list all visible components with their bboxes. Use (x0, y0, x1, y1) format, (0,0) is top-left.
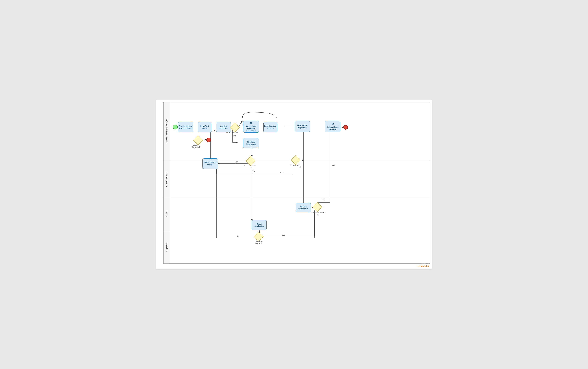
page-wrapper: Human Resourses Analyst Selection Proces… (156, 100, 432, 269)
task-checking-refs: Checking References (243, 138, 259, 148)
diagram-area: Human Resourses Analyst Selection Proces… (156, 100, 432, 269)
lane-label-doctor: Doctor (164, 197, 170, 231)
task-enter-test: Enter Test Result (198, 122, 211, 133)
task-select-process: Select Process Details (203, 158, 218, 169)
task-enter-results: Enter Interview Results (263, 122, 278, 133)
end-event-main (343, 125, 348, 130)
task-select-candidates: Select Candidates (251, 220, 267, 230)
start-event (173, 125, 178, 130)
gateway-medical-label: Medical Examination ok? (310, 212, 326, 215)
task-psycho: Psychotechnical Test Scheduling (178, 122, 193, 133)
gateway-offer-label: Offer Accepted? (288, 164, 301, 166)
lane-divider-3 (164, 231, 430, 231)
lane-divider-2 (164, 197, 430, 197)
brand-logo-icon: ⊙ (417, 264, 420, 268)
gateway-candidate-label: Candidate Selected? (251, 241, 265, 244)
lane-label-hra: Human Resourses Analyst (164, 102, 170, 161)
task-inform-decision: ✉ Inform About Decision (325, 121, 340, 132)
footer-brand: Powered by ⊙ Modeler (417, 263, 429, 268)
end-event-process (206, 138, 211, 142)
gateway-other-label: Other Interview? (225, 132, 239, 133)
powered-by-text: Powered by (417, 263, 429, 264)
task-inform-interview: ✉ Inform about Interview Scheduling (243, 121, 259, 133)
brand-name: Modeler (421, 265, 429, 267)
gateway-process-label: Process Continues? (190, 144, 203, 148)
lane-label-sp: Selection Process (164, 161, 170, 197)
task-offer-salary: Offer Salary Negotiation (295, 121, 310, 132)
task-medical-exam: Medical Examination (296, 203, 311, 212)
task-interview-sched: Interview Scheduling (216, 122, 231, 133)
lane-label-requester: Requester (164, 231, 170, 263)
gateway-refs-label: References ok? (243, 165, 256, 167)
